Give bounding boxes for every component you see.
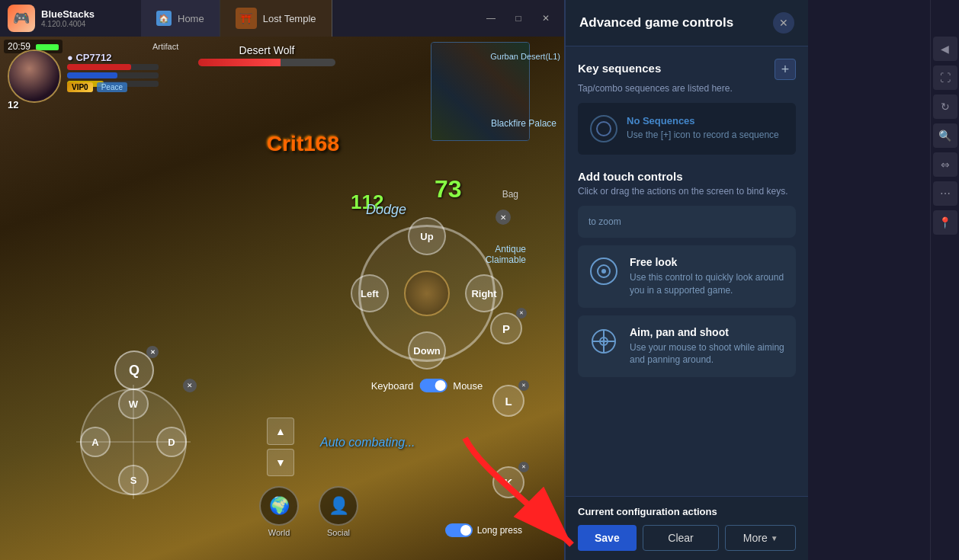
q-close-icon[interactable]: ✕ — [146, 346, 159, 358]
clear-button[interactable]: Clear — [643, 525, 720, 551]
agc-body: Key sequences + Tap/combo sequences are … — [566, 46, 808, 496]
sidebar-location-button[interactable]: 📍 — [933, 210, 957, 235]
no-sequences-box: No Sequences Use the [+] icon to record … — [578, 103, 796, 155]
hud-cp: ● CP7712 — [67, 52, 111, 63]
fab-k-close[interactable]: ✕ — [518, 462, 529, 472]
home-label: Home — [178, 13, 204, 24]
aim-icon — [589, 326, 619, 357]
wasd-s-button[interactable]: S — [118, 465, 149, 495]
world-button[interactable]: 🌍 World — [259, 486, 299, 537]
long-press-toggle[interactable] — [445, 523, 473, 537]
wasd-a-button[interactable]: A — [80, 427, 111, 457]
fab-l-close[interactable]: ✕ — [518, 380, 529, 391]
game-icon: ⛩️ — [236, 8, 257, 29]
game-area: 20:59 ● CP7712 VIP0 Peace 12 Artifact De… — [0, 0, 564, 560]
lp-toggle-knob — [460, 525, 471, 536]
free-look-icon — [589, 256, 619, 286]
damage-small1: 73 — [435, 175, 462, 203]
logo-icon: 🎮 — [8, 5, 35, 32]
key-sequences-desc: Tap/combo sequences are listed here. — [578, 83, 796, 94]
free-look-card[interactable]: Free look Use this control to quickly lo… — [578, 245, 796, 308]
no-seq-title: No Sequences — [627, 115, 779, 126]
no-seq-text: Use the [+] icon to record a sequence — [627, 129, 779, 142]
game-label: Lost Temple — [263, 13, 316, 24]
toggle-knob — [435, 380, 445, 391]
no-seq-inner-icon — [596, 121, 611, 136]
add-touch-desc: Click or drag the actions on the screen … — [578, 186, 796, 197]
auto-combat-text: Auto combating... — [320, 436, 415, 450]
agc-panel: Advanced game controls ✕ Key sequences +… — [564, 0, 808, 560]
title-bar: 🎮 BlueStacks 4.120.0.4004 🏠 Home ⛩️ Lost… — [0, 0, 564, 37]
wasd-close-button[interactable]: ✕ — [183, 379, 197, 392]
dpad-down-button[interactable]: Down — [408, 331, 446, 370]
social-button[interactable]: 👤 Social — [319, 486, 358, 537]
maximize-button[interactable]: □ — [508, 8, 529, 29]
free-look-desc: Use this control to quickly look around … — [630, 271, 785, 297]
mp-bar-fill — [67, 72, 117, 78]
fab-p-close[interactable]: ✕ — [516, 308, 527, 318]
hud-avatar — [8, 50, 61, 103]
dpad-right-button[interactable]: Right — [465, 274, 503, 312]
fab-l-container: L ✕ — [492, 385, 524, 417]
enemy-health-fill — [198, 59, 281, 66]
app-version: 4.120.0.4004 — [41, 20, 95, 28]
fab-p-wrapper: P ✕ — [490, 312, 522, 344]
sidebar-fullscreen-button[interactable]: ⛶ — [933, 66, 957, 90]
sidebar-more-button[interactable]: ⋯ — [933, 181, 957, 206]
free-look-info: Free look Use this control to quickly lo… — [630, 256, 785, 297]
agc-footer: Current configuration actions Save Clear… — [566, 496, 808, 560]
more-button[interactable]: More ▼ — [725, 525, 796, 551]
fab-k-container: K ✕ — [492, 466, 524, 498]
kb-mouse-toggle[interactable] — [419, 379, 447, 392]
aim-card[interactable]: Aim, pan and shoot Use your mouse to sho… — [578, 315, 796, 378]
agc-close-button[interactable]: ✕ — [773, 12, 794, 34]
chevron-down-icon: ▼ — [771, 534, 778, 542]
dpad-up-button[interactable]: Up — [408, 217, 446, 255]
key-sequences-title: Key sequences — [578, 62, 661, 75]
zoom-card: to zoom — [578, 206, 796, 238]
sidebar-expand-button[interactable]: ◀ — [933, 37, 957, 61]
tab-game[interactable]: ⛩️ Lost Temple — [220, 0, 332, 37]
wasd-w-button[interactable]: W — [118, 389, 149, 419]
fab-k-wrapper: K ✕ — [492, 466, 524, 498]
hud-artifact: Artifact — [152, 42, 178, 51]
bag-label: Bag — [502, 189, 518, 200]
scroll-down-button[interactable]: ▼ — [267, 449, 294, 476]
dpad-center — [404, 270, 450, 316]
sidebar-rotate-button[interactable]: ↻ — [933, 94, 957, 119]
fab-p-container: P ✕ — [490, 312, 522, 344]
dpad-container: ✕ Up Down Left Right Keyboard Mouse — [351, 217, 503, 370]
window-controls: — □ ✕ — [480, 8, 564, 29]
add-sequence-button[interactable]: + — [775, 59, 796, 80]
svg-point-2 — [601, 269, 606, 274]
hud-vip-area: VIP0 Peace — [67, 82, 127, 92]
scroll-up-button[interactable]: ▲ — [267, 418, 294, 445]
wasd-d-button[interactable]: D — [156, 427, 187, 457]
wasd-container: ✕ W S A D — [76, 385, 191, 499]
free-look-name: Free look — [630, 256, 785, 268]
svg-point-7 — [602, 340, 605, 343]
more-label: More — [743, 532, 768, 544]
app-logo: 🎮 BlueStacks 4.120.0.4004 — [0, 5, 141, 32]
hp-bar-fill — [67, 64, 131, 70]
sidebar-expand2-button[interactable]: ⇔ — [933, 152, 957, 177]
dpad-close-button[interactable]: ✕ — [496, 210, 511, 225]
dpad: ✕ Up Down Left Right — [351, 217, 503, 370]
minimize-button[interactable]: — — [480, 8, 502, 29]
world-icon: 🌍 — [259, 486, 299, 526]
dpad-left-button[interactable]: Left — [351, 274, 389, 312]
location-label: Gurban Desert(L1) — [490, 52, 560, 61]
dodge-text: Dodge — [366, 202, 406, 218]
aim-name: Aim, pan and shoot — [630, 326, 785, 338]
tab-home[interactable]: 🏠 Home — [141, 0, 220, 37]
sidebar-zoom-button[interactable]: 🔍 — [933, 123, 957, 148]
wasd-pad: ✕ W S A D — [76, 385, 191, 499]
enemy-name: Desert Wolf — [198, 44, 335, 56]
long-press-area: Long press — [445, 523, 522, 537]
close-button[interactable]: ✕ — [535, 8, 556, 29]
save-button[interactable]: Save — [578, 525, 637, 551]
footer-actions: Save Clear More ▼ — [578, 525, 796, 551]
aim-desc: Use your mouse to shoot while aiming and… — [630, 341, 785, 367]
enemy-hud: Desert Wolf — [198, 44, 335, 66]
scroll-arrows: ▲ ▼ — [267, 418, 294, 476]
